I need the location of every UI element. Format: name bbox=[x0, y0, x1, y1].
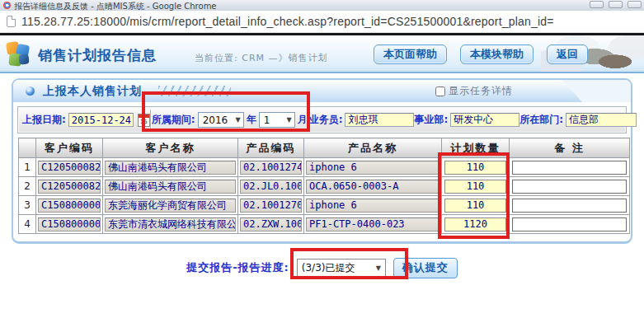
report-date-group: 上报日期: 2015-12-24 15 bbox=[22, 113, 150, 127]
customer-code-field: C1508000001 bbox=[38, 199, 101, 213]
page-header: 销售计划报告信息 当前位置: CRM —》销售计划 本页面帮助 本模块帮助 返回 bbox=[0, 35, 644, 73]
report-info-bar: 上报日期: 2015-12-24 15 所属期间: 2016 ▼ 年 1 ▼ bbox=[17, 106, 627, 133]
department-field: 信息部 bbox=[566, 113, 637, 127]
product-name-field: iphone 6 bbox=[306, 161, 440, 175]
annotation-box-progress bbox=[290, 248, 408, 279]
table-row: 3 C1508000001 东莞海丽化学商贸有限公司 02.1001270 ip… bbox=[19, 196, 630, 215]
app-logo bbox=[7, 42, 31, 67]
remark-input[interactable] bbox=[512, 217, 627, 231]
browser-address-bar[interactable]: 115.28.77.25:18000/mis/crm/report_detail… bbox=[0, 11, 644, 33]
row-number: 2 bbox=[19, 177, 36, 196]
division-field: 研发中心 bbox=[450, 113, 519, 127]
plan-table: 客户编码 客户名称 产品编码 产品名称 计划数量 备 注 1 C12050008… bbox=[18, 138, 630, 234]
window-titlebar: 报告详细信息及反馈 - 点晴MIS系统 - Google Chrome bbox=[0, 0, 644, 11]
product-name-field: OCA.0650-0003-A bbox=[306, 180, 440, 194]
header-buttons: 本页面帮助 本模块帮助 返回 bbox=[374, 44, 588, 64]
product-code-header: 产品编码 bbox=[238, 138, 304, 158]
report-date-label: 上报日期: bbox=[22, 113, 66, 127]
product-code-field: 02.1001270 bbox=[240, 199, 302, 213]
show-task-details-label: 显示任务详情 bbox=[449, 84, 513, 98]
chrome-icon bbox=[3, 2, 11, 9]
product-code-field: 02.JL0.100003 bbox=[240, 180, 302, 194]
division-label: 事业部: bbox=[414, 113, 448, 127]
page-icon bbox=[7, 16, 16, 27]
product-code-field: 02.ZXW.100001 bbox=[240, 217, 302, 231]
customer-name-field: 佛山南港码头有限公司 bbox=[105, 180, 236, 194]
section-title: 上报本人销售计划 bbox=[43, 84, 142, 99]
product-name-field: iphone 6 bbox=[306, 199, 440, 213]
customer-name-header: 客户名称 bbox=[103, 138, 238, 158]
annotation-box-qty-column bbox=[438, 152, 510, 239]
customer-name-field: 东莞市清衣城网络科技有限公司 bbox=[105, 217, 236, 231]
customer-code-field: C1508000006 bbox=[38, 217, 101, 231]
division-group: 事业部: 研发中心 bbox=[414, 113, 519, 127]
window-controls bbox=[590, 1, 642, 8]
table-row: 2 C1205000821 佛山南港码头有限公司 02.JL0.100003 O… bbox=[19, 177, 630, 196]
row-number: 4 bbox=[19, 215, 36, 234]
row-number-header bbox=[19, 138, 36, 158]
product-name-field: PF1-CTP-0400-023 bbox=[306, 217, 440, 231]
customer-name-field: 佛山南港码头有限公司 bbox=[105, 161, 236, 175]
close-button[interactable] bbox=[628, 1, 642, 8]
page-title: 销售计划报告信息 bbox=[38, 46, 157, 65]
remark-header: 备 注 bbox=[510, 138, 630, 158]
customer-code-header: 客户编码 bbox=[36, 138, 103, 158]
product-name-header: 产品名称 bbox=[304, 138, 442, 158]
table-row: 4 C1508000006 东莞市清衣城网络科技有限公司 02.ZXW.1000… bbox=[19, 215, 630, 234]
module-help-button[interactable]: 本模块帮助 bbox=[460, 44, 534, 64]
table-row: 1 C1205000821 佛山南港码头有限公司 02.1001274 ipho… bbox=[19, 158, 630, 177]
row-number: 1 bbox=[19, 158, 36, 177]
sales-plan-panel: 上报本人销售计划 显示任务详情 上报日期: 2015-12-24 15 所属期间… bbox=[12, 78, 632, 244]
url-text: 115.28.77.25:18000/mis/crm/report_detail… bbox=[21, 15, 554, 28]
submit-progress-label: 提交报告-报告进度: bbox=[186, 260, 289, 275]
customer-code-field: C1205000821 bbox=[38, 161, 101, 175]
bullet-icon bbox=[26, 87, 35, 96]
salesman-group: 业务员: 刘忠琪 bbox=[309, 113, 415, 127]
section-tab-header: 上报本人销售计划 显示任务详情 bbox=[13, 80, 631, 102]
annotation-box-period bbox=[142, 91, 310, 132]
show-task-details-toggle: 显示任务详情 bbox=[435, 84, 513, 98]
salesman-field: 刘忠琪 bbox=[345, 113, 414, 127]
back-button[interactable]: 返回 bbox=[547, 44, 588, 64]
maximize-button[interactable] bbox=[609, 1, 623, 8]
department-label: 所在部门: bbox=[519, 113, 563, 127]
salesman-label: 业务员: bbox=[309, 113, 343, 127]
remark-input[interactable] bbox=[512, 161, 627, 175]
row-number: 3 bbox=[19, 196, 36, 215]
product-code-field: 02.1001274 bbox=[240, 161, 302, 175]
department-group: 所在部门: 信息部 bbox=[519, 113, 637, 127]
report-date-input[interactable]: 2015-12-24 bbox=[68, 113, 134, 127]
customer-code-field: C1205000821 bbox=[38, 180, 101, 194]
page-help-button[interactable]: 本页面帮助 bbox=[374, 44, 447, 64]
minimize-button[interactable] bbox=[590, 1, 604, 8]
remark-input[interactable] bbox=[512, 180, 627, 194]
plan-table-wrap: 客户编码 客户名称 产品编码 产品名称 计划数量 备 注 1 C12050008… bbox=[18, 138, 627, 234]
breadcrumb: 当前位置: CRM —》销售计划 bbox=[195, 52, 328, 64]
customer-name-field: 东莞海丽化学商贸有限公司 bbox=[105, 199, 236, 213]
browser-window: 报告详细信息及反馈 - 点晴MIS系统 - Google Chrome 115.… bbox=[0, 0, 644, 332]
table-header-row: 客户编码 客户名称 产品编码 产品名称 计划数量 备 注 bbox=[19, 138, 630, 158]
window-title: 报告详细信息及反馈 - 点晴MIS系统 - Google Chrome bbox=[14, 1, 217, 11]
remark-input[interactable] bbox=[512, 199, 627, 213]
show-task-details-checkbox[interactable] bbox=[435, 87, 445, 96]
